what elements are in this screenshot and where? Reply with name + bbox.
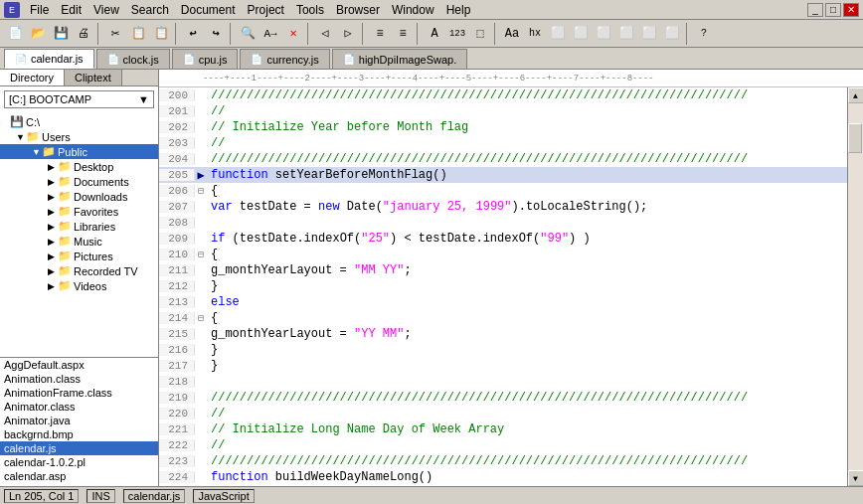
maximize-button[interactable]: □	[825, 3, 841, 17]
close-button[interactable]: ✕	[843, 3, 859, 17]
fold-indicator[interactable]: ▶	[195, 168, 207, 183]
replace-button[interactable]: A→	[259, 23, 281, 45]
copy-button[interactable]: 📋	[127, 23, 149, 45]
menu-project[interactable]: Project	[242, 1, 290, 19]
vertical-scrollbar[interactable]: ▲ ▼	[847, 87, 863, 486]
code-line[interactable]: 202// Initialize Year before Month flag	[159, 119, 847, 135]
code-line[interactable]: 206⊟{	[159, 183, 847, 199]
file-item[interactable]: calendar.asp	[0, 469, 158, 483]
scroll-track[interactable]	[848, 103, 863, 470]
tree-item[interactable]: ▶📁Music	[0, 234, 158, 249]
block-button3[interactable]: ⬜	[593, 23, 614, 45]
code-line[interactable]: 205▶function setYearBeforeMonthFlag()	[159, 167, 847, 183]
code-line[interactable]: 216 }	[159, 342, 847, 358]
help-button[interactable]: ?	[693, 23, 715, 45]
next-button[interactable]: ▷	[337, 23, 359, 45]
tree-item[interactable]: ▼📁Public	[0, 144, 158, 159]
code-line[interactable]: 215 g_monthYearLayout = "YY MM";	[159, 326, 847, 342]
tree-arrow-icon[interactable]: ▶	[48, 252, 58, 261]
code-line[interactable]: 212 }	[159, 278, 847, 294]
block-button6[interactable]: ⬜	[661, 23, 683, 45]
tree-arrow-icon[interactable]: ▼	[16, 132, 26, 142]
menu-help[interactable]: Help	[440, 1, 477, 19]
code-line[interactable]: 210⊟ {	[159, 247, 847, 262]
code-line[interactable]: 204/////////////////////////////////////…	[159, 151, 847, 167]
code-line[interactable]: 217}	[159, 358, 847, 374]
drive-selector[interactable]: [C:] BOOTCAMP ▼	[4, 90, 154, 108]
indent-button[interactable]: ≡	[369, 23, 391, 45]
block-button4[interactable]: ⬜	[615, 23, 637, 45]
file-item[interactable]: Animator.class	[0, 400, 158, 414]
menu-window[interactable]: Window	[386, 1, 440, 19]
linenum-button[interactable]: 123	[446, 23, 468, 45]
code-line[interactable]: 211 g_monthYearLayout = "MM YY";	[159, 262, 847, 278]
unindent-button[interactable]: ≡	[392, 23, 414, 45]
tree-arrow-icon[interactable]: ▶	[48, 177, 58, 187]
tree-arrow-icon[interactable]: ▶	[48, 266, 58, 276]
code-line[interactable]: 213 else	[159, 294, 847, 310]
code-line[interactable]: 224function buildWeekDayNameLong()	[159, 469, 847, 485]
open-button[interactable]: 📂	[27, 23, 49, 45]
file-item[interactable]: backgrnd.bmp	[0, 427, 158, 441]
code-line[interactable]: 219/////////////////////////////////////…	[159, 390, 847, 406]
tree-item[interactable]: ▼📁Users	[0, 129, 158, 144]
code-line[interactable]: 207 var testDate = new Date("january 25,…	[159, 199, 847, 215]
code-line[interactable]: 220//	[159, 406, 847, 421]
file-item[interactable]: calendar.js	[0, 441, 158, 455]
prev-button[interactable]: ◁	[314, 23, 336, 45]
scroll-thumb[interactable]	[848, 123, 862, 153]
minimize-button[interactable]: _	[807, 3, 823, 17]
code-line[interactable]: 218	[159, 374, 847, 390]
code-line[interactable]: 209 if (testDate.indexOf("25") < testDat…	[159, 231, 847, 247]
scroll-down-button[interactable]: ▼	[848, 470, 864, 486]
code-line[interactable]: 201//	[159, 103, 847, 119]
menu-view[interactable]: View	[87, 1, 125, 19]
tab-highdpi[interactable]: 📄 highDpiImageSwap.	[332, 49, 467, 69]
code-line[interactable]: 200/////////////////////////////////////…	[159, 87, 847, 103]
tree-arrow-icon[interactable]: ▶	[48, 207, 58, 217]
tab-clock-js[interactable]: 📄 clock.js	[96, 49, 170, 69]
tab-calendar-js[interactable]: 📄 calendar.js	[4, 49, 94, 69]
tree-arrow-icon[interactable]: ▶	[48, 192, 58, 202]
fold-indicator[interactable]: ⊟	[195, 185, 207, 197]
file-item[interactable]: AnimationFrame.class	[0, 386, 158, 400]
case-button[interactable]: Aa	[501, 23, 523, 45]
find-close[interactable]: ✕	[282, 23, 304, 45]
wrap-button[interactable]: ⬚	[469, 23, 491, 45]
fold-indicator[interactable]: ⊟	[195, 312, 207, 324]
code-line[interactable]: 222//	[159, 437, 847, 453]
tree-item[interactable]: 💾C:\	[0, 114, 158, 129]
file-item[interactable]: calendar-1.0.2.pl	[0, 455, 158, 469]
tree-item[interactable]: ▶📁Libraries	[0, 219, 158, 234]
file-item[interactable]: Animation.class	[0, 372, 158, 386]
tree-item[interactable]: ▶📁Downloads	[0, 189, 158, 204]
paste-button[interactable]: 📋	[150, 23, 172, 45]
block-button5[interactable]: ⬜	[638, 23, 660, 45]
panel-tab-cliptext[interactable]: Cliptext	[65, 70, 122, 85]
redo-button[interactable]: ↪	[205, 23, 227, 45]
block-button1[interactable]: ⬜	[547, 23, 569, 45]
code-line[interactable]: 223/////////////////////////////////////…	[159, 453, 847, 469]
menu-search[interactable]: Search	[125, 1, 175, 19]
menu-document[interactable]: Document	[175, 1, 242, 19]
tree-arrow-icon[interactable]: ▶	[48, 237, 58, 247]
tree-item[interactable]: ▶📁Recorded TV	[0, 263, 158, 278]
tree-item[interactable]: ▶📁Videos	[0, 278, 158, 293]
save-button[interactable]: 💾	[50, 23, 72, 45]
undo-button[interactable]: ↩	[182, 23, 204, 45]
file-item[interactable]: AggDefault.aspx	[0, 358, 158, 372]
scroll-up-button[interactable]: ▲	[848, 87, 864, 103]
menu-edit[interactable]: Edit	[55, 1, 87, 19]
panel-tab-directory[interactable]: Directory	[0, 70, 65, 85]
file-item[interactable]: Animator.java	[0, 414, 158, 427]
cut-button[interactable]: ✂	[104, 23, 126, 45]
menu-tools[interactable]: Tools	[290, 1, 330, 19]
tab-cpu-js[interactable]: 📄 cpu.js	[172, 49, 239, 69]
tree-arrow-icon[interactable]: ▶	[48, 162, 58, 172]
tree-arrow-icon[interactable]: ▶	[48, 281, 58, 291]
code-line[interactable]: 214⊟ {	[159, 310, 847, 326]
tree-item[interactable]: ▶📁Desktop	[0, 159, 158, 174]
print-button[interactable]: 🖨	[73, 23, 94, 45]
block-button2[interactable]: ⬜	[570, 23, 592, 45]
tree-item[interactable]: ▶📁Documents	[0, 174, 158, 189]
